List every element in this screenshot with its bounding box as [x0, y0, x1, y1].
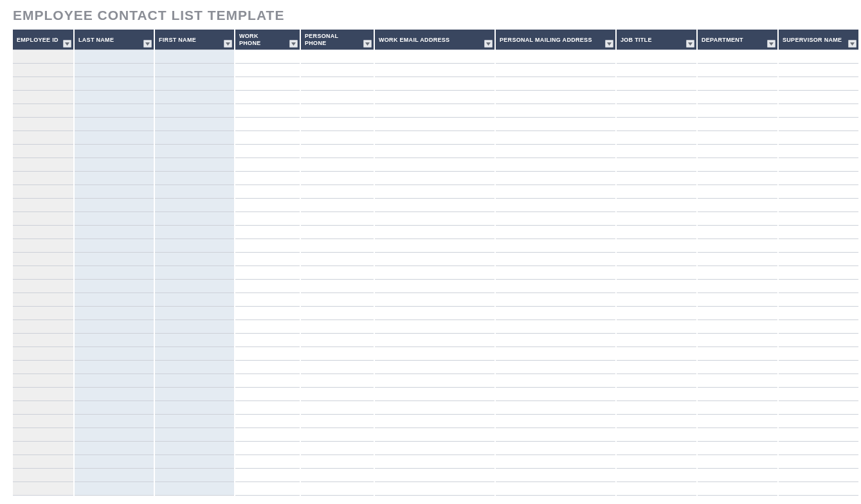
table-cell[interactable]: [75, 428, 154, 442]
table-cell[interactable]: [698, 77, 777, 91]
table-cell[interactable]: [301, 131, 374, 145]
table-cell[interactable]: [779, 253, 858, 266]
table-cell[interactable]: [13, 145, 73, 158]
table-cell[interactable]: [235, 118, 300, 131]
table-cell[interactable]: [698, 253, 777, 266]
table-cell[interactable]: [235, 374, 300, 388]
table-cell[interactable]: [375, 131, 494, 145]
table-cell[interactable]: [75, 280, 154, 293]
table-cell[interactable]: [13, 77, 73, 91]
table-cell[interactable]: [375, 307, 494, 320]
table-cell[interactable]: [375, 482, 494, 496]
table-cell[interactable]: [698, 320, 777, 334]
table-cell[interactable]: [779, 266, 858, 280]
table-cell[interactable]: [617, 253, 696, 266]
table-cell[interactable]: [698, 64, 777, 77]
table-cell[interactable]: [301, 118, 374, 131]
table-cell[interactable]: [496, 401, 615, 415]
table-cell[interactable]: [617, 239, 696, 253]
table-cell[interactable]: [496, 145, 615, 158]
table-cell[interactable]: [375, 455, 494, 469]
table-cell[interactable]: [155, 77, 234, 91]
table-cell[interactable]: [235, 280, 300, 293]
table-cell[interactable]: [779, 320, 858, 334]
table-cell[interactable]: [301, 347, 374, 361]
table-cell[interactable]: [375, 374, 494, 388]
table-cell[interactable]: [235, 266, 300, 280]
table-cell[interactable]: [779, 347, 858, 361]
table-cell[interactable]: [155, 212, 234, 226]
table-cell[interactable]: [75, 77, 154, 91]
table-cell[interactable]: [13, 158, 73, 172]
table-cell[interactable]: [779, 226, 858, 239]
table-cell[interactable]: [375, 104, 494, 118]
table-cell[interactable]: [375, 226, 494, 239]
table-cell[interactable]: [301, 469, 374, 482]
table-cell[interactable]: [698, 239, 777, 253]
table-cell[interactable]: [496, 320, 615, 334]
table-cell[interactable]: [235, 145, 300, 158]
table-cell[interactable]: [155, 104, 234, 118]
table-cell[interactable]: [235, 428, 300, 442]
table-cell[interactable]: [698, 374, 777, 388]
table-cell[interactable]: [75, 239, 154, 253]
table-cell[interactable]: [13, 131, 73, 145]
table-cell[interactable]: [75, 118, 154, 131]
table-cell[interactable]: [75, 334, 154, 347]
table-cell[interactable]: [75, 293, 154, 307]
table-cell[interactable]: [375, 185, 494, 199]
table-cell[interactable]: [779, 145, 858, 158]
table-cell[interactable]: [496, 91, 615, 104]
table-cell[interactable]: [779, 131, 858, 145]
table-cell[interactable]: [155, 199, 234, 212]
table-cell[interactable]: [301, 185, 374, 199]
table-cell[interactable]: [301, 172, 374, 185]
table-cell[interactable]: [496, 293, 615, 307]
table-cell[interactable]: [301, 455, 374, 469]
table-cell[interactable]: [13, 320, 73, 334]
table-cell[interactable]: [617, 77, 696, 91]
table-cell[interactable]: [301, 64, 374, 77]
table-cell[interactable]: [13, 91, 73, 104]
table-cell[interactable]: [75, 50, 154, 64]
table-cell[interactable]: [155, 118, 234, 131]
table-cell[interactable]: [698, 118, 777, 131]
table-cell[interactable]: [235, 307, 300, 320]
table-cell[interactable]: [13, 293, 73, 307]
table-cell[interactable]: [155, 388, 234, 401]
table-cell[interactable]: [698, 50, 777, 64]
table-cell[interactable]: [13, 239, 73, 253]
table-cell[interactable]: [698, 226, 777, 239]
table-cell[interactable]: [617, 199, 696, 212]
table-cell[interactable]: [779, 104, 858, 118]
filter-dropdown-icon[interactable]: [848, 40, 856, 48]
table-cell[interactable]: [779, 361, 858, 374]
table-cell[interactable]: [779, 50, 858, 64]
table-cell[interactable]: [617, 307, 696, 320]
table-cell[interactable]: [301, 334, 374, 347]
table-cell[interactable]: [235, 415, 300, 428]
table-cell[interactable]: [617, 266, 696, 280]
table-cell[interactable]: [496, 334, 615, 347]
table-cell[interactable]: [13, 428, 73, 442]
table-cell[interactable]: [698, 347, 777, 361]
table-cell[interactable]: [375, 145, 494, 158]
table-cell[interactable]: [75, 401, 154, 415]
table-cell[interactable]: [155, 442, 234, 455]
table-cell[interactable]: [375, 199, 494, 212]
table-cell[interactable]: [75, 145, 154, 158]
table-cell[interactable]: [13, 415, 73, 428]
table-cell[interactable]: [617, 334, 696, 347]
table-cell[interactable]: [375, 91, 494, 104]
table-cell[interactable]: [779, 118, 858, 131]
table-cell[interactable]: [698, 455, 777, 469]
table-cell[interactable]: [13, 401, 73, 415]
table-cell[interactable]: [496, 185, 615, 199]
table-cell[interactable]: [375, 442, 494, 455]
table-cell[interactable]: [496, 388, 615, 401]
table-cell[interactable]: [235, 77, 300, 91]
table-cell[interactable]: [779, 401, 858, 415]
table-cell[interactable]: [496, 361, 615, 374]
table-cell[interactable]: [301, 253, 374, 266]
table-cell[interactable]: [301, 145, 374, 158]
